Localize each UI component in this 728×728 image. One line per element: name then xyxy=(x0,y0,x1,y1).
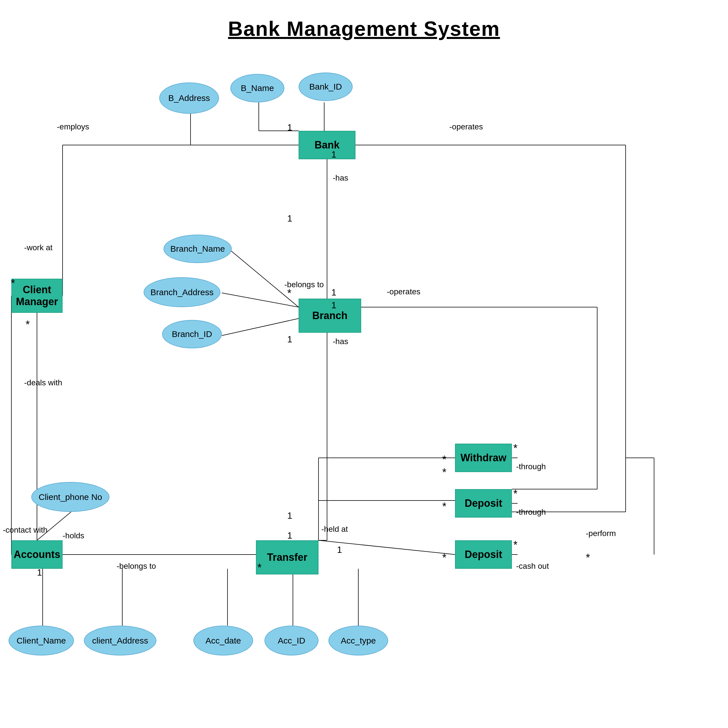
diagram-lines xyxy=(0,0,728,728)
label-cash-out: -cash out xyxy=(516,562,549,571)
mult-1d: 1 xyxy=(331,287,336,298)
label-has-bank: -has xyxy=(333,173,348,183)
attr-bank-id: Bank_ID xyxy=(298,72,353,101)
entity-withdraw: Deposit xyxy=(455,489,512,518)
attr-branch-name: Branch_Name xyxy=(164,235,232,263)
label-work-at: -work at xyxy=(24,243,53,252)
attr-client-name: Client_Name xyxy=(9,626,74,656)
label-contact-with: -contact with xyxy=(3,526,47,535)
entity-branch: Branch xyxy=(298,298,361,333)
attr-b-name: B_Name xyxy=(230,74,284,102)
entity-client-manager: Client Manager xyxy=(11,279,63,313)
entity-transfer: Withdraw xyxy=(455,444,512,472)
mult-star-l: * xyxy=(586,552,590,564)
attr-branch-address: Branch_Address xyxy=(144,277,220,307)
page-title: Bank Management System xyxy=(0,0,728,40)
mult-1f: 1 xyxy=(287,334,292,345)
attr-acc-type: Acc_type xyxy=(329,626,388,656)
mult-star-g: * xyxy=(442,500,447,513)
label-held-at: -held at xyxy=(321,525,348,534)
mult-star-e: * xyxy=(442,466,447,479)
label-deals-with: -deals with xyxy=(24,378,62,387)
mult-1b: 1 xyxy=(331,149,336,160)
mult-1c: 1 xyxy=(287,213,292,224)
mult-1a: 1 xyxy=(287,122,292,133)
mult-star-h: * xyxy=(513,488,518,500)
attr-acc-id: Acc_ID xyxy=(265,626,318,656)
mult-star-j: * xyxy=(513,539,518,551)
entity-bank: Bank xyxy=(298,131,355,159)
entity-deposit: Deposit xyxy=(455,540,512,569)
mult-1e: 1 xyxy=(331,300,336,310)
label-through-transfer: -through xyxy=(516,462,546,471)
label-through-withdraw: -through xyxy=(516,508,546,517)
entity-clients: Accounts xyxy=(11,540,63,569)
attr-client-phone: Client_phone No xyxy=(31,482,110,512)
label-has-branch: -has xyxy=(333,337,348,346)
label-belongs-to-acc: -belongs to xyxy=(116,562,156,571)
svg-line-8 xyxy=(222,318,298,336)
label-operates-branch: -operates xyxy=(387,287,420,296)
attr-b-address: B_Address xyxy=(159,83,219,114)
mult-1h: 1 xyxy=(287,530,292,541)
mult-1i: 1 xyxy=(337,544,342,555)
mult-star-b: * xyxy=(11,277,15,289)
label-perform: -perform xyxy=(586,529,616,538)
label-employs: -employs xyxy=(57,122,89,132)
label-holds: -holds xyxy=(63,531,84,540)
mult-star-a: * xyxy=(287,287,292,300)
attr-acc-date: Acc_date xyxy=(193,626,253,656)
mult-star-k: * xyxy=(257,562,262,574)
attr-client-address: client_Address xyxy=(84,626,156,656)
mult-star-c: * xyxy=(26,318,30,331)
entity-accounts: Transfer xyxy=(256,540,318,574)
mult-1g: 1 xyxy=(287,511,292,521)
mult-star-i: * xyxy=(442,552,447,564)
mult-star-f: * xyxy=(513,442,518,454)
label-operates-bank: -operates xyxy=(449,122,483,132)
attr-branch-id: Branch_ID xyxy=(162,320,222,348)
mult-star-d: * xyxy=(442,454,447,466)
mult-1j: 1 xyxy=(37,567,42,578)
